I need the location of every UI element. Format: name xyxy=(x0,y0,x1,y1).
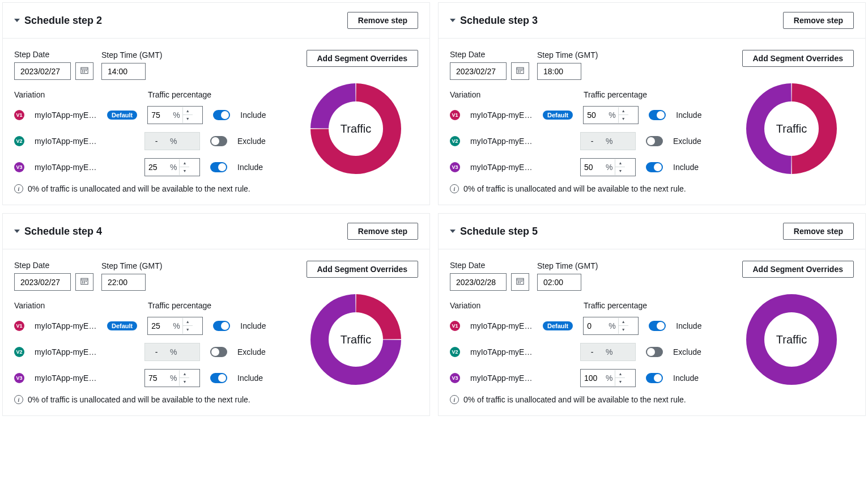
step-time-input[interactable] xyxy=(101,274,146,291)
stepper-down-icon[interactable]: ▼ xyxy=(183,326,193,334)
remove-step-button[interactable]: Remove step xyxy=(783,12,854,29)
include-toggle[interactable] xyxy=(649,321,666,331)
stepper-down-icon[interactable]: ▼ xyxy=(615,378,625,386)
include-toggle[interactable] xyxy=(649,110,666,120)
stepper-up-icon[interactable]: ▲ xyxy=(615,370,625,378)
calendar-button[interactable] xyxy=(75,62,93,80)
pct-value-input[interactable] xyxy=(584,319,606,333)
card-body: Step Date Step Time (GMT) Variation Traf… xyxy=(3,39,429,205)
calendar-button[interactable] xyxy=(75,273,93,291)
variation-name: myIoTApp-myEv… xyxy=(35,347,97,357)
traffic-pct-input[interactable]: %▲▼ xyxy=(580,369,636,387)
add-segment-overrides-button[interactable]: Add Segment Overrides xyxy=(307,50,419,67)
add-segment-overrides-button[interactable]: Add Segment Overrides xyxy=(307,261,419,278)
stepper-up-icon[interactable]: ▲ xyxy=(619,318,628,326)
pct-stepper[interactable]: ▲▼ xyxy=(618,318,628,334)
include-toggle[interactable] xyxy=(646,162,663,172)
pct-value-input[interactable] xyxy=(584,108,606,122)
traffic-pct-input[interactable]: %▲▼ xyxy=(580,158,636,176)
variation-badge: V1 xyxy=(14,321,24,331)
pct-stepper[interactable]: ▲▼ xyxy=(179,370,189,386)
variation-row: V1 myIoTApp-myEv… Default %▲▼ Include xyxy=(450,106,718,124)
include-toggle[interactable] xyxy=(210,347,227,357)
caret-down-icon xyxy=(450,19,456,22)
pct-value-input[interactable] xyxy=(581,371,603,385)
add-segment-overrides-button[interactable]: Add Segment Overrides xyxy=(742,50,854,67)
toggle-label: Exclude xyxy=(237,137,266,146)
traffic-pct-column-header: Traffic percentage xyxy=(148,301,211,310)
donut-center-label: Traffic xyxy=(341,333,371,346)
pct-stepper[interactable]: ▲▼ xyxy=(615,370,625,386)
step-time-label: Step Time (GMT) xyxy=(101,50,162,60)
pct-value-input[interactable] xyxy=(145,371,168,385)
pct-value-input[interactable] xyxy=(581,160,603,174)
pct-stepper[interactable]: ▲▼ xyxy=(618,107,628,123)
include-toggle[interactable] xyxy=(213,110,230,120)
step-date-label: Step Date xyxy=(14,50,93,59)
step-time-input[interactable] xyxy=(537,63,581,80)
calendar-button[interactable] xyxy=(511,273,529,291)
traffic-pct-input[interactable]: %▲▼ xyxy=(144,369,200,387)
include-toggle[interactable] xyxy=(210,373,227,383)
card-title-toggle[interactable]: Schedule step 3 xyxy=(450,15,538,27)
calendar-button[interactable] xyxy=(511,62,529,80)
step-date-input[interactable] xyxy=(450,273,507,291)
step-date-input[interactable] xyxy=(14,62,71,80)
step-time-input[interactable] xyxy=(101,63,146,80)
card-title-toggle[interactable]: Schedule step 2 xyxy=(14,15,102,27)
stepper-up-icon[interactable]: ▲ xyxy=(615,159,625,167)
stepper-down-icon[interactable]: ▼ xyxy=(180,378,189,386)
svg-rect-18 xyxy=(86,281,87,282)
card-title-toggle[interactable]: Schedule step 5 xyxy=(450,226,538,237)
variation-name: myIoTApp-myEv… xyxy=(35,111,97,120)
info-text: 0% of traffic is unallocated and will be… xyxy=(463,395,686,404)
stepper-down-icon[interactable]: ▼ xyxy=(180,167,189,175)
stepper-down-icon[interactable]: ▼ xyxy=(615,167,625,175)
add-segment-overrides-button[interactable]: Add Segment Overrides xyxy=(742,261,854,278)
pct-value-input[interactable] xyxy=(148,108,171,122)
pct-value-input[interactable] xyxy=(148,319,171,333)
traffic-donut-chart: Traffic xyxy=(738,286,845,393)
step-date-input[interactable] xyxy=(14,273,71,291)
variation-row: V3 myIoTApp-myEv… %▲▼ Include xyxy=(14,369,282,387)
step-time-input[interactable] xyxy=(537,274,581,291)
include-toggle[interactable] xyxy=(646,136,663,146)
svg-rect-27 xyxy=(520,282,521,283)
stepper-up-icon[interactable]: ▲ xyxy=(180,159,189,167)
step-date-input[interactable] xyxy=(450,62,507,80)
traffic-pct-input[interactable]: %▲▼ xyxy=(147,317,203,335)
variation-name: myIoTApp-myEv… xyxy=(35,321,97,330)
stepper-down-icon[interactable]: ▼ xyxy=(183,115,193,123)
stepper-up-icon[interactable]: ▲ xyxy=(183,107,193,115)
pct-value-input[interactable] xyxy=(145,160,168,174)
include-toggle[interactable] xyxy=(213,321,230,331)
include-toggle[interactable] xyxy=(210,162,227,172)
stepper-down-icon[interactable]: ▼ xyxy=(619,115,628,123)
pct-dash: - xyxy=(145,134,168,148)
toggle-label: Include xyxy=(673,374,699,383)
card-title-toggle[interactable]: Schedule step 4 xyxy=(14,226,102,237)
stepper-up-icon[interactable]: ▲ xyxy=(180,370,189,378)
traffic-pct-column-header: Traffic percentage xyxy=(148,90,211,99)
include-toggle[interactable] xyxy=(646,373,663,383)
stepper-down-icon[interactable]: ▼ xyxy=(619,326,628,334)
include-toggle[interactable] xyxy=(210,136,227,146)
remove-step-button[interactable]: Remove step xyxy=(347,223,418,240)
pct-stepper[interactable]: ▲▼ xyxy=(615,159,625,175)
pct-stepper[interactable]: ▲▼ xyxy=(182,318,193,334)
pct-stepper[interactable]: ▲▼ xyxy=(182,107,193,123)
pct-stepper[interactable]: ▲▼ xyxy=(179,159,189,175)
traffic-pct-input[interactable]: %▲▼ xyxy=(144,158,200,176)
remove-step-button[interactable]: Remove step xyxy=(783,223,854,240)
remove-step-button[interactable]: Remove step xyxy=(347,12,418,29)
stepper-up-icon[interactable]: ▲ xyxy=(619,107,628,115)
caret-down-icon xyxy=(14,19,20,22)
info-row: i 0% of traffic is unallocated and will … xyxy=(14,184,282,193)
traffic-pct-input[interactable]: %▲▼ xyxy=(583,106,639,124)
include-toggle[interactable] xyxy=(646,347,663,357)
traffic-pct-input[interactable]: %▲▼ xyxy=(583,317,639,335)
traffic-pct-input[interactable]: %▲▼ xyxy=(147,106,203,124)
toggle-label: Include xyxy=(676,321,701,330)
svg-rect-9 xyxy=(518,70,519,71)
stepper-up-icon[interactable]: ▲ xyxy=(183,318,193,326)
